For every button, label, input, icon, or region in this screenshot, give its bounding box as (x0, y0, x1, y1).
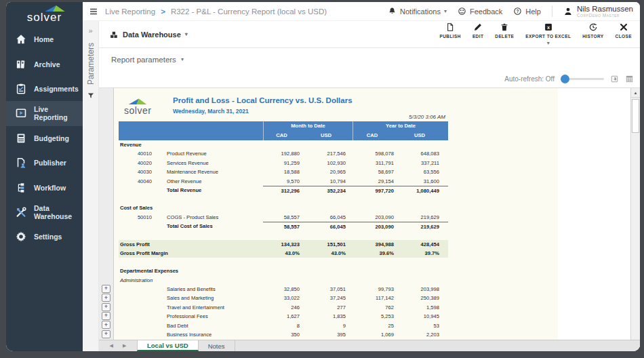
action-label: PUBLISH (440, 34, 461, 39)
blank-row (119, 258, 448, 266)
cell-value: 58,557 (263, 213, 308, 222)
notifications-label: Notifications (400, 7, 441, 16)
edit-button[interactable]: EDIT (472, 22, 483, 39)
report-row: Professional Fees1,6271,8355,25310,945 (119, 312, 448, 321)
sidebar-item-assignments[interactable]: Assignments (6, 77, 83, 101)
cell-value: 66,045 (308, 222, 353, 231)
feedback-button[interactable]: Feedback (458, 7, 502, 16)
vertical-scrollbar[interactable]: ▲ (630, 88, 640, 340)
sidebar-item-home[interactable]: Home (6, 27, 83, 52)
toggle-knob[interactable] (561, 75, 569, 83)
report-viewport: solver Profit and Loss - Local Currency … (99, 87, 640, 351)
export-to-excel-button[interactable]: xEXPORT TO EXCEL▾ (525, 22, 571, 46)
sheet-tab-local-vs-usd[interactable]: Local vs USD (137, 340, 199, 351)
publish-button[interactable]: PUBLISH (440, 22, 461, 39)
cell-value: 428,454 (399, 240, 448, 249)
cell-value: 151,501 (308, 240, 353, 249)
column-header: CAD (263, 131, 308, 140)
expand-row-button[interactable]: + (102, 312, 110, 320)
row-label: Gross Profit Margin (119, 249, 263, 258)
assignments-icon (15, 83, 27, 95)
select-range-icon[interactable] (610, 75, 619, 83)
account-code (119, 294, 155, 302)
report-row: 40040Other Revenue9,57010,79429,15431,60… (119, 177, 448, 186)
user-menu[interactable]: Nils Rasmussen CorpDemo Master (563, 5, 633, 18)
expand-row-button[interactable]: + (102, 303, 110, 311)
sidebar-item-label: Publisher (34, 159, 66, 167)
account-code (119, 312, 155, 321)
solver-logo-icon (43, 5, 66, 12)
divider (552, 6, 552, 17)
report-row: Salaries and Benefits32,85037,05199,7932… (119, 285, 448, 294)
cell-value (399, 266, 448, 275)
sidebar-nav: HomeArchiveAssignmentsLive ReportingBudg… (6, 27, 83, 250)
app-window: solver HomeArchiveAssignmentsLive Report… (6, 2, 640, 351)
app-logo[interactable]: solver (6, 2, 83, 27)
report-parameters-toggle[interactable]: Report parameters ▾ (99, 48, 640, 71)
sidebar-item-settings[interactable]: Settings (6, 224, 83, 249)
scrollbar-thumb[interactable] (632, 99, 639, 133)
expand-row-button[interactable]: + (102, 285, 110, 293)
report-sheet: solver Profit and Loss - Local Currency … (114, 88, 630, 340)
cell-value (399, 276, 448, 285)
sidebar: solver HomeArchiveAssignmentsLive Report… (6, 2, 83, 351)
cell-value (308, 276, 353, 285)
parameters-panel-collapsed[interactable]: » Parameters (83, 21, 99, 351)
report-row: Business Insurance3503951,0692,203 (119, 330, 448, 339)
expand-panel-icon[interactable]: » (88, 26, 92, 35)
close-button[interactable]: CLOSE (616, 22, 632, 39)
workflow-icon (15, 182, 27, 194)
chevron-down-icon: ▾ (547, 40, 550, 46)
breadcrumb-section[interactable]: Live Reporting (105, 7, 155, 16)
archive-icon (15, 58, 27, 71)
report-logo: solver (124, 98, 151, 117)
user-name: Nils Rasmussen (577, 5, 633, 14)
sidebar-item-label: Data Warehouse (34, 204, 83, 220)
expand-row-button[interactable]: + (102, 294, 110, 302)
bell-icon (388, 7, 397, 16)
sidebar-item-data-warehouse[interactable]: Data Warehouse (6, 200, 83, 224)
table-body: Revenue40010Product Revenue192,880217,54… (119, 140, 448, 339)
sidebar-item-publisher[interactable]: Publisher (6, 151, 83, 175)
grid-view-icon[interactable] (625, 75, 634, 83)
column-header: CAD (353, 131, 399, 140)
scroll-up-button[interactable]: ▲ (631, 88, 640, 98)
data-source-selector[interactable]: Data Warehouse ▾ (109, 30, 188, 39)
column-header: USD (399, 131, 448, 140)
history-button[interactable]: HISTORY (582, 22, 603, 39)
cell-value: 246 (263, 303, 308, 312)
help-button[interactable]: ? Help (513, 7, 541, 16)
sheet-tab-notes[interactable]: Notes (199, 340, 235, 351)
chevron-down-icon: ▾ (181, 56, 184, 62)
sidebar-item-workflow[interactable]: Workflow (6, 175, 83, 199)
cell-value: 192,880 (263, 149, 308, 158)
tab-scroll-right-icon[interactable]: ▶ (123, 343, 126, 349)
auto-refresh-row: Auto-refresh: Off (99, 71, 640, 87)
cell-value (263, 276, 308, 285)
sidebar-item-archive[interactable]: Archive (6, 52, 83, 76)
cell-value (263, 203, 308, 212)
auto-refresh-toggle[interactable] (561, 78, 604, 80)
sidebar-item-budgeting[interactable]: Budgeting (6, 126, 83, 151)
cell-value (353, 266, 399, 275)
cell-value (308, 266, 353, 275)
cell-value: 1,598 (399, 303, 448, 312)
menu-icon[interactable] (89, 7, 98, 16)
delete-icon (500, 22, 509, 32)
account-code: 40040 (119, 177, 155, 186)
cell-value: 203,998 (399, 285, 448, 294)
action-label: DELETE (495, 34, 514, 39)
settings-icon (15, 231, 27, 243)
delete-button[interactable]: DELETE (495, 22, 514, 39)
sidebar-item-live-reporting[interactable]: Live Reporting (6, 101, 83, 125)
expand-row-button[interactable]: + (102, 321, 110, 329)
history-icon (588, 22, 598, 32)
expand-row-button[interactable]: + (102, 330, 110, 338)
account-code: 50010 (119, 213, 155, 222)
report-row: Gross Profit134,323151,501394,988428,454 (119, 240, 448, 249)
cell-value: 5,253 (353, 312, 399, 321)
parameters-panel-label: Parameters (86, 43, 96, 85)
cell-value: 352,234 (308, 186, 353, 195)
notifications-button[interactable]: Notifications ▾ (388, 7, 447, 16)
tab-scroll-left-icon[interactable]: ◀ (110, 343, 113, 349)
